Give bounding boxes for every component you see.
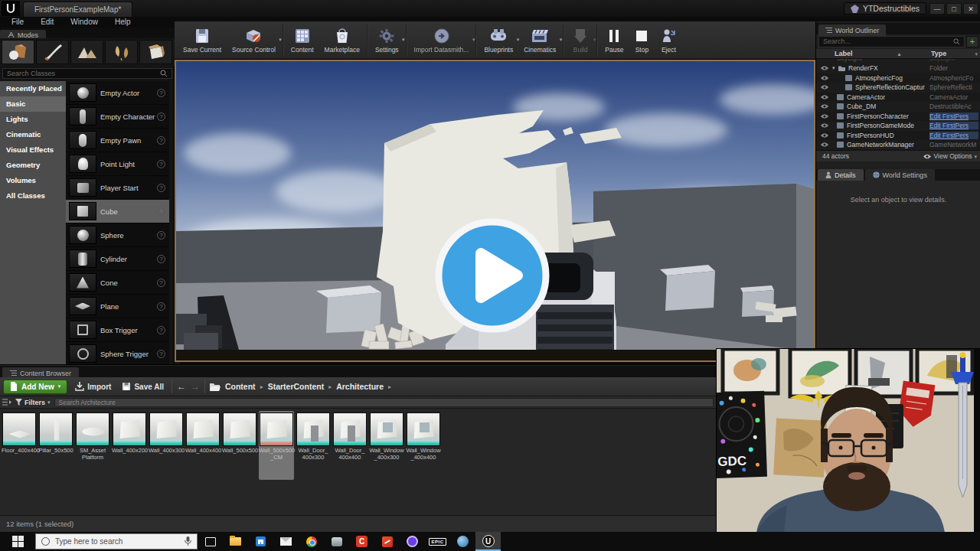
app-button-2[interactable] — [374, 532, 400, 551]
placeable-actor-row[interactable]: Plane — [66, 295, 169, 318]
blueprints-button[interactable]: Blueprints — [479, 23, 518, 58]
placeable-actor-row[interactable]: Empty Pawn — [66, 129, 169, 152]
outliner-row-type[interactable]: SphereReflecti — [929, 83, 978, 91]
mode-paint-button[interactable] — [36, 40, 69, 64]
stop-button[interactable]: Stop — [629, 23, 655, 58]
outliner-row[interactable]: CameraActor CameraActor — [816, 93, 980, 103]
outliner-row[interactable]: Cube_DM DestructibleAc — [816, 102, 980, 112]
classes-search-input[interactable]: Search Classes — [2, 68, 172, 79]
menu-item[interactable]: Help — [108, 17, 138, 28]
outliner-row-type[interactable]: Edit FirstPers — [929, 112, 978, 120]
chrome-button[interactable] — [299, 532, 324, 551]
mail-button[interactable] — [273, 532, 299, 551]
asset-tile[interactable]: Wall_400x400 — [185, 411, 220, 480]
mode-landscape-button[interactable] — [70, 40, 103, 64]
store-button[interactable] — [248, 532, 273, 551]
sources-panel-icon[interactable] — [2, 398, 11, 406]
outliner-row-type[interactable]: DestructibleAc — [929, 103, 978, 110]
expander-icon[interactable] — [832, 65, 838, 71]
visibility-eye-icon[interactable] — [820, 75, 829, 81]
epic-games-button[interactable]: EPIC — [425, 532, 450, 551]
mode-geometry-button[interactable] — [139, 40, 172, 64]
app-button-1[interactable] — [324, 532, 349, 551]
visibility-eye-icon[interactable] — [820, 94, 829, 100]
asset-tile[interactable]: Wall_Door_ 400x400 — [332, 411, 368, 480]
asset-tile[interactable]: Floor_400x400 — [2, 411, 37, 480]
outliner-row[interactable]: FirstPersonHUD Edit FirstPers — [816, 131, 980, 141]
save-all-button[interactable]: Save All — [119, 382, 167, 391]
forward-button[interactable]: → — [191, 381, 200, 392]
placeable-actor-row[interactable]: Box Trigger — [66, 318, 169, 342]
visibility-eye-icon[interactable] — [820, 113, 829, 119]
placeable-actor-row[interactable]: Point Light — [66, 152, 169, 176]
close-button[interactable]: ✕ — [963, 3, 978, 15]
category-item[interactable]: Recently Placed — [0, 81, 66, 96]
unreal-editor-taskbar-button[interactable]: U — [475, 532, 501, 551]
save-current-button[interactable]: Save Current — [178, 23, 227, 58]
file-explorer-button[interactable] — [223, 532, 248, 551]
column-filter-icon[interactable]: ▾ — [975, 49, 978, 59]
source-control-button[interactable]: Source Control — [227, 23, 281, 58]
content-button[interactable]: Content — [286, 23, 319, 58]
view-options-button[interactable]: View Options — [923, 151, 977, 162]
maximize-button[interactable]: □ — [946, 3, 962, 15]
asset-tile[interactable]: Wall_400x300 — [149, 411, 184, 480]
asset-tile[interactable]: Pillar_50x500 — [38, 411, 74, 480]
microphone-icon[interactable] — [185, 536, 191, 546]
visibility-eye-icon[interactable] — [820, 65, 829, 71]
category-item[interactable]: All Classes — [0, 188, 66, 204]
category-item[interactable]: Cinematic — [0, 127, 66, 142]
placeable-actor-row[interactable]: Cylinder — [66, 247, 169, 271]
visibility-eye-icon[interactable] — [820, 142, 829, 148]
app-button-3[interactable] — [400, 532, 425, 551]
column-type[interactable]: Type — [931, 49, 946, 59]
start-button[interactable] — [0, 532, 35, 551]
menu-item[interactable]: Edit — [34, 17, 60, 28]
vr-portal-button[interactable] — [450, 532, 475, 551]
asset-tile[interactable]: Wall_400x200 — [112, 411, 147, 480]
mode-place-button[interactable] — [2, 40, 34, 64]
outliner-row[interactable]: GameNetworkManager GameNetworkM — [816, 140, 980, 150]
outliner-row-type[interactable]: CameraActor — [929, 93, 978, 101]
asset-tile[interactable]: Wall_500x500 — [222, 411, 257, 480]
pause-button[interactable]: Pause — [599, 23, 629, 58]
outliner-row[interactable]: FirstPersonCharacter Edit FirstPers — [816, 112, 980, 122]
task-view-button[interactable] — [198, 532, 223, 551]
placeable-actor-row[interactable]: Empty Character — [66, 105, 169, 129]
level-viewport[interactable] — [175, 60, 815, 362]
visibility-eye-icon[interactable] — [820, 103, 829, 109]
category-item[interactable]: Volumes — [0, 173, 66, 188]
placeable-actor-row[interactable]: Cube — [66, 200, 169, 223]
category-item[interactable]: Basic — [0, 96, 66, 112]
asset-tile[interactable]: Wall_Window _400x300 — [369, 411, 404, 480]
outliner-row[interactable]: RenderFX Folder — [816, 64, 980, 73]
category-item[interactable]: Lights — [0, 112, 66, 127]
outliner-search-input[interactable]: Search... — [818, 36, 965, 47]
outliner-row[interactable]: FirstPersonGameMode Edit FirstPers — [816, 121, 980, 131]
visibility-eye-icon[interactable] — [820, 122, 829, 129]
asset-tile[interactable]: Wall_Window _400x400 — [406, 411, 441, 480]
outliner-row-type[interactable]: Edit FirstPers — [929, 122, 978, 129]
placeable-actor-row[interactable]: Player Start — [66, 176, 169, 200]
visibility-eye-icon[interactable] — [820, 84, 829, 90]
add-new-button[interactable]: Add New — [3, 380, 67, 394]
filters-button[interactable]: Filters — [15, 399, 51, 406]
outliner-row-type[interactable]: GameNetworkM — [929, 141, 978, 148]
eject-button[interactable]: Eject — [655, 23, 682, 58]
category-item[interactable]: Geometry — [0, 158, 66, 173]
level-tab[interactable]: FirstPersonExampleMap* — [23, 2, 132, 17]
placeable-actor-row[interactable]: Empty Actor — [66, 81, 169, 105]
import-button[interactable]: Import — [72, 382, 114, 391]
outliner-row-type[interactable]: Folder — [929, 64, 978, 72]
menu-item[interactable]: File — [5, 17, 31, 28]
outliner-row-type[interactable]: AtmosphericFo — [929, 74, 978, 82]
asset-tile[interactable]: Wall_Door_ 400x300 — [296, 411, 331, 480]
placeable-actor-row[interactable]: Sphere Trigger — [66, 342, 169, 366]
back-button[interactable]: ← — [177, 381, 186, 392]
menu-item[interactable]: Window — [64, 17, 105, 28]
asset-search-input[interactable]: Search Architecture — [54, 398, 714, 407]
breadcrumb-architecture[interactable]: Architecture — [336, 382, 384, 391]
outliner-add-button[interactable] — [966, 36, 978, 47]
category-item[interactable]: Visual Effects — [0, 142, 66, 158]
placeable-actor-row[interactable]: Cone — [66, 271, 169, 295]
